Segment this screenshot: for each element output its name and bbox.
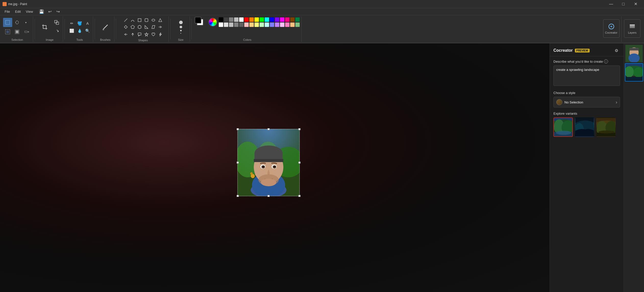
handle-top-center[interactable]: [268, 128, 270, 130]
maximize-button[interactable]: □: [617, 0, 629, 8]
swatch-white[interactable]: [239, 17, 244, 22]
fill-button[interactable]: 🪣: [76, 20, 83, 27]
swatch2-lt-purple[interactable]: [275, 22, 279, 27]
thumbnail-portrait[interactable]: [625, 44, 643, 63]
describe-info-icon[interactable]: i: [604, 59, 608, 63]
pentagon-shape[interactable]: [129, 24, 136, 30]
swatch2-lt-orange[interactable]: [249, 22, 254, 27]
size-dot-medium[interactable]: [180, 26, 182, 28]
swatch2-lt-pink[interactable]: [285, 22, 290, 27]
layers-ribbon-button[interactable]: Layers: [624, 19, 640, 38]
style-dropdown[interactable]: No Selection ›: [553, 97, 620, 108]
rect-shape[interactable]: [136, 17, 143, 23]
swatch2-lt-cyan[interactable]: [265, 22, 269, 27]
parallelogram-shape[interactable]: [150, 24, 157, 30]
rounded-rect-shape[interactable]: [143, 17, 150, 23]
line-shape[interactable]: [122, 17, 129, 23]
free-select-button[interactable]: [13, 18, 22, 27]
magnifier-button[interactable]: 🔍: [84, 27, 91, 34]
swatch-black[interactable]: [219, 17, 223, 22]
thumbnail-landscape[interactable]: [625, 63, 643, 82]
select-dropdown-button[interactable]: ▾: [22, 18, 31, 27]
ellipse-shape[interactable]: [150, 17, 157, 23]
swatch2-lt-gray[interactable]: [229, 22, 233, 27]
minimize-button[interactable]: —: [605, 0, 617, 8]
invert-select-button[interactable]: [13, 27, 22, 36]
color-picker-wheel[interactable]: [208, 18, 217, 26]
swatch2-lt-dk-green[interactable]: [295, 22, 300, 27]
canvas-area[interactable]: [0, 43, 550, 292]
close-button[interactable]: ✕: [630, 0, 641, 8]
save-button[interactable]: 💾: [38, 9, 45, 15]
eraser-button[interactable]: ⬜: [68, 27, 76, 34]
left-arrow-shape[interactable]: [122, 31, 129, 38]
handle-top-left[interactable]: [237, 128, 239, 130]
redo-button[interactable]: ↪: [54, 9, 61, 15]
swatch2-lt-brown[interactable]: [290, 22, 295, 27]
variant-2[interactable]: [575, 117, 594, 137]
menu-edit[interactable]: Edit: [13, 9, 23, 15]
handle-bottom-center[interactable]: [268, 195, 270, 197]
swatch2-lt-red[interactable]: [244, 22, 249, 27]
callout-shape[interactable]: [136, 31, 143, 38]
heart-shape[interactable]: [150, 31, 157, 38]
swatch2-lt-yellow[interactable]: [254, 22, 259, 27]
swatch-dk-gray[interactable]: [224, 17, 228, 22]
diamond-shape[interactable]: [122, 24, 129, 30]
color-picker-tool[interactable]: 💧: [76, 27, 83, 34]
size-dot-large[interactable]: [179, 21, 183, 24]
swatch-pink[interactable]: [285, 17, 290, 22]
swatch2-lt-magenta[interactable]: [280, 22, 284, 27]
size-dot-xsmall[interactable]: [180, 33, 181, 34]
menu-view[interactable]: View: [23, 9, 35, 15]
swatch-green[interactable]: [259, 17, 264, 22]
undo-button[interactable]: ↩: [46, 9, 53, 15]
brushes-button[interactable]: [99, 19, 112, 35]
select-all-button[interactable]: [3, 27, 12, 36]
swatch-orange[interactable]: [249, 17, 254, 22]
swatch-cyan[interactable]: [265, 17, 269, 22]
up-arrow-shape[interactable]: [129, 31, 136, 38]
cocreator-settings-button[interactable]: ⚙: [613, 47, 620, 54]
swatch2-lt-blue[interactable]: [270, 22, 274, 27]
swatch2-gray[interactable]: [234, 22, 239, 27]
foreground-color-box[interactable]: [195, 17, 201, 23]
right-triangle-shape[interactable]: [143, 24, 150, 30]
swatch-red[interactable]: [244, 17, 249, 22]
arrow-shape[interactable]: [157, 24, 164, 30]
prompt-textarea[interactable]: [553, 65, 620, 86]
swatch-purple[interactable]: [275, 17, 279, 22]
curve-shape[interactable]: [129, 17, 136, 23]
handle-middle-right[interactable]: [299, 162, 301, 164]
swatch-yellow[interactable]: [254, 17, 259, 22]
swatch2-vlt-gray[interactable]: [224, 22, 228, 27]
swatch-brown[interactable]: [290, 17, 295, 22]
swatch-blue[interactable]: [270, 17, 274, 22]
rectangular-select-button[interactable]: [3, 18, 12, 27]
cocreator-ribbon-button[interactable]: Cocreator: [603, 19, 620, 38]
handle-top-right[interactable]: [299, 128, 301, 130]
pencil-button[interactable]: ✏: [68, 20, 76, 27]
size-dot-small[interactable]: [180, 30, 182, 31]
crop-button[interactable]: [38, 19, 51, 35]
swatch2-white[interactable]: [219, 22, 223, 27]
swatch-magenta[interactable]: [280, 17, 284, 22]
swatch2-dk-gray[interactable]: [239, 22, 244, 27]
handle-bottom-right[interactable]: [299, 195, 301, 197]
rotate-button[interactable]: [52, 27, 61, 36]
variant-3[interactable]: [596, 117, 616, 137]
swatch-gray[interactable]: [229, 17, 233, 22]
canvas-image-container[interactable]: [238, 129, 300, 196]
resize-button[interactable]: [52, 18, 61, 27]
triangle-shape[interactable]: [157, 17, 164, 23]
menu-file[interactable]: File: [2, 9, 13, 15]
select-options-button[interactable]: [22, 27, 31, 36]
hexagon-shape[interactable]: [136, 24, 143, 30]
text-button[interactable]: A: [84, 20, 91, 27]
star-shape[interactable]: [143, 31, 150, 38]
handle-middle-left[interactable]: [237, 162, 239, 164]
handle-bottom-left[interactable]: [237, 195, 239, 197]
swatch2-lt-green[interactable]: [259, 22, 264, 27]
swatch-lt-gray[interactable]: [234, 17, 239, 22]
lightning-shape[interactable]: [157, 31, 164, 38]
